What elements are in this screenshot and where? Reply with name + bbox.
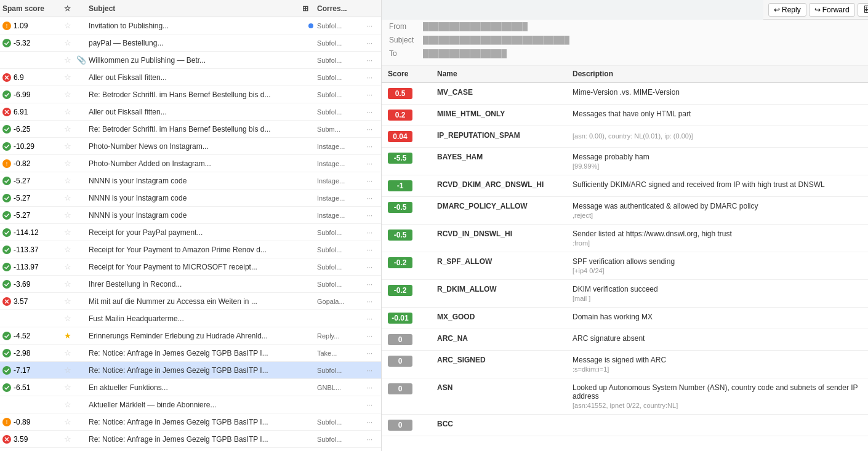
- row-menu-button[interactable]: ···: [366, 418, 379, 426]
- row-menu-button[interactable]: ···: [366, 280, 379, 289]
- spam-rule-name: MV_CASE: [431, 82, 566, 105]
- table-row[interactable]: -6.99☆Re: Betroder Schriftl. im Hans Ber…: [0, 86, 381, 103]
- star-cell[interactable]: ☆: [64, 38, 76, 47]
- star-cell[interactable]: ☆: [64, 142, 76, 151]
- spam-rule-name: RCVD_DKIM_ARC_DNSWL_HI: [431, 175, 566, 197]
- table-row[interactable]: !1.09☆Invitation to Publishing...Subfol.…: [0, 17, 381, 34]
- spam-indicator-icon: [2, 245, 11, 254]
- star-cell[interactable]: ☆: [64, 107, 76, 116]
- table-row[interactable]: -5.29☆Incidore Support Request — Jaw M: …: [0, 448, 381, 451]
- table-row[interactable]: -5.32☆payPal — Bestellung...Subfol...···: [0, 34, 381, 52]
- star-cell[interactable]: ☆: [64, 314, 76, 323]
- table-row[interactable]: !-0.89☆Re: Notice: Anfrage in Jemes Geze…: [0, 413, 381, 431]
- table-row[interactable]: -7.17☆Re: Notice: Anfrage in Jemes Gezei…: [0, 362, 381, 379]
- spam-rule-description: Message probably ham[99.99%]: [566, 148, 868, 175]
- row-menu-button[interactable]: ···: [366, 142, 379, 151]
- row-menu-button[interactable]: ···: [366, 22, 379, 30]
- row-menu-button[interactable]: ···: [366, 125, 379, 134]
- table-row[interactable]: -4.52★Erinnerungs Reminder Erlebung zu H…: [0, 327, 381, 345]
- table-row[interactable]: 6.9☆Aller out Fisksall fitten...Subfol..…: [0, 69, 381, 86]
- star-cell[interactable]: ☆: [64, 159, 76, 168]
- star-cell[interactable]: ☆: [64, 90, 76, 99]
- subject-row: Subject ████████████████████████████: [389, 36, 861, 49]
- star-cell[interactable]: ☆: [64, 417, 76, 426]
- table-row[interactable]: 6.91☆Aller out Fisksall fitten...Subfol.…: [0, 103, 381, 121]
- spam-indicator-icon: [2, 332, 11, 340]
- table-row[interactable]: -114.12☆Receipt for your PayPal payment.…: [0, 224, 381, 241]
- table-row[interactable]: ☆Fust Mailin Headquarterme...···: [0, 310, 381, 327]
- row-menu-button[interactable]: ···: [366, 211, 379, 220]
- star-cell[interactable]: ☆: [64, 400, 76, 409]
- row-menu-button[interactable]: ···: [366, 245, 379, 254]
- row-menu-button[interactable]: ···: [366, 56, 379, 65]
- row-menu-button[interactable]: ···: [366, 90, 379, 99]
- to-label: To: [389, 49, 423, 58]
- reply-button[interactable]: ↩ Reply: [768, 3, 806, 17]
- row-menu-button[interactable]: ···: [366, 39, 379, 47]
- row-menu-button[interactable]: ···: [366, 177, 379, 185]
- row-menu-button[interactable]: ···: [366, 263, 379, 271]
- table-row[interactable]: -5.27☆NNNN is your Instagram codeInstage…: [0, 190, 381, 207]
- table-row[interactable]: 3.57☆Mit mit auf die Nummer zu Accessa e…: [0, 293, 381, 310]
- reply-icon: ↩: [774, 6, 780, 14]
- table-row[interactable]: -5.27☆NNNN is your Instagram codeInstage…: [0, 207, 381, 224]
- star-cell[interactable]: ☆: [64, 262, 76, 271]
- row-menu-button[interactable]: ···: [366, 159, 379, 168]
- row-menu-button[interactable]: ···: [366, 228, 379, 237]
- star-cell[interactable]: ☆: [64, 55, 76, 65]
- table-row[interactable]: -113.37☆Receipt for Your Payment to Amaz…: [0, 241, 381, 258]
- row-menu-button[interactable]: ···: [366, 366, 379, 375]
- star-cell[interactable]: ☆: [64, 348, 76, 357]
- star-cell[interactable]: ☆: [64, 228, 76, 237]
- table-row[interactable]: ☆📎Willkommen zu Publishing — Betr...Subf…: [0, 52, 381, 69]
- row-menu-button[interactable]: ···: [366, 73, 379, 82]
- row-menu-button[interactable]: ···: [366, 349, 379, 357]
- table-row[interactable]: -2.98☆Re: Notice: Anfrage in Jemes Gezei…: [0, 345, 381, 362]
- row-menu-button[interactable]: ···: [366, 297, 379, 306]
- row-menu-button[interactable]: ···: [366, 435, 379, 444]
- star-cell[interactable]: ☆: [64, 73, 76, 82]
- table-row[interactable]: -113.97☆Receipt for Your Payment to MICR…: [0, 258, 381, 276]
- table-row[interactable]: ☆Aktueller Märklelt — binde Abonniere...…: [0, 396, 381, 413]
- star-cell[interactable]: ☆: [64, 210, 76, 220]
- desc-main-text: SPF verification allows sending: [573, 257, 862, 266]
- forward-button[interactable]: ↪ Forward: [809, 3, 855, 17]
- row-menu-button[interactable]: ···: [366, 314, 379, 323]
- spam-rule-description: Sender listed at https://www.dnswl.org, …: [566, 225, 868, 252]
- row-menu-button[interactable]: ···: [366, 401, 379, 409]
- star-cell[interactable]: ☆: [64, 193, 76, 202]
- subject-cell: Re: Notice: Anfrage in Jemes Gezeig TGPB…: [89, 435, 308, 444]
- star-cell[interactable]: ☆: [64, 21, 76, 30]
- subject-cell: Re: Notice: Anfrage in Jemes Gezeig TGPB…: [89, 349, 308, 357]
- spam-table-row: -0.2R_DKIM_ALLOWDKIM verification succee…: [382, 280, 868, 308]
- table-row[interactable]: !-0.82☆Photo-Number Added on Instagram..…: [0, 155, 381, 172]
- attachment-cell: 📎: [76, 55, 89, 65]
- star-cell[interactable]: ☆: [64, 176, 76, 185]
- star-cell[interactable]: ☆: [64, 434, 76, 444]
- table-row[interactable]: -6.25☆Re: Betroder Schriftl. im Hans Ber…: [0, 121, 381, 138]
- star-cell[interactable]: ☆: [64, 383, 76, 392]
- star-cell[interactable]: ☆: [64, 297, 76, 306]
- star-cell[interactable]: ☆: [64, 124, 76, 134]
- table-row[interactable]: -6.51☆En aktueller Funktions...GNBL...··…: [0, 379, 381, 396]
- spam-table: Score Name Description 0.5MV_CASEMime-Ve…: [382, 66, 868, 436]
- star-cell[interactable]: ☆: [64, 279, 76, 289]
- table-row[interactable]: -3.69☆Ihrer Bestellung in Recond...Subfo…: [0, 276, 381, 293]
- star-cell[interactable]: ☆: [64, 365, 76, 375]
- spam-indicator-icon: [2, 435, 11, 444]
- row-menu-button[interactable]: ···: [366, 332, 379, 340]
- col-name-header: Name: [431, 66, 566, 82]
- row-menu-button[interactable]: ···: [366, 108, 379, 116]
- row-menu-button[interactable]: ···: [366, 383, 379, 392]
- spam-indicator-icon: !: [2, 22, 11, 30]
- table-row[interactable]: 3.59☆Re: Notice: Anfrage in Jemes Gezeig…: [0, 431, 381, 448]
- archive-button[interactable]: 🗄 Archive: [858, 3, 868, 17]
- row-menu-button[interactable]: ···: [366, 194, 379, 202]
- table-row[interactable]: -10.29☆Photo-Number News on Instagram...…: [0, 138, 381, 155]
- star-cell[interactable]: ★: [64, 331, 76, 340]
- star-cell[interactable]: ☆: [64, 245, 76, 254]
- correspondent-cell: Subfol...: [317, 74, 366, 81]
- table-row[interactable]: -5.27☆NNNN is your Instagram codeInstage…: [0, 172, 381, 190]
- score-badge: -0.2: [388, 257, 412, 268]
- to-row: To ████████████████: [389, 49, 861, 63]
